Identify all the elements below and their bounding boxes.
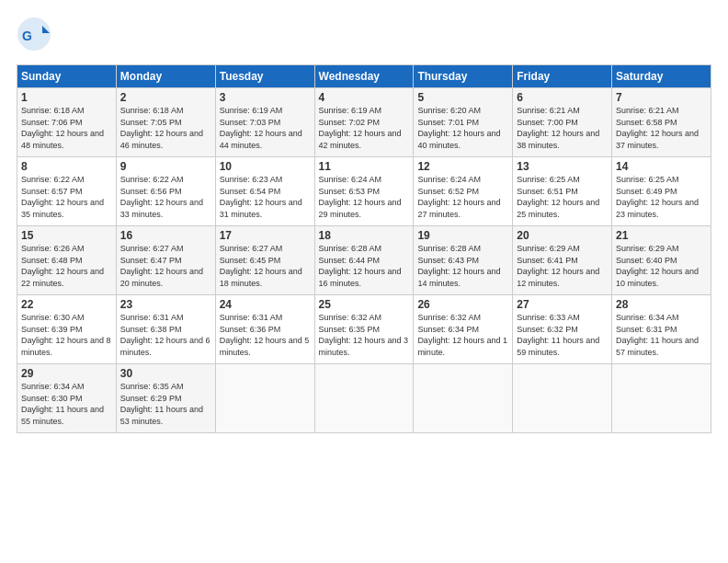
cell-content: Sunrise: 6:22 AMSunset: 6:56 PMDaylight:… (120, 174, 211, 220)
cell-content: Sunrise: 6:35 AMSunset: 6:29 PMDaylight:… (120, 381, 211, 427)
logo-icon: G (17, 17, 51, 52)
cell-content: Sunrise: 6:32 AMSunset: 6:35 PMDaylight:… (319, 312, 410, 358)
cell-content: Sunrise: 6:32 AMSunset: 6:34 PMDaylight:… (417, 312, 508, 358)
week-row-5: 29Sunrise: 6:34 AMSunset: 6:30 PMDayligh… (17, 364, 711, 433)
cell-day-13: 13Sunrise: 6:25 AMSunset: 6:51 PMDayligh… (513, 157, 612, 226)
cell-content: Sunrise: 6:27 AMSunset: 6:45 PMDaylight:… (220, 243, 311, 289)
cell-content: Sunrise: 6:29 AMSunset: 6:41 PMDaylight:… (517, 243, 608, 289)
cell-content: Sunrise: 6:25 AMSunset: 6:49 PMDaylight:… (616, 174, 707, 220)
cell-content: Sunrise: 6:20 AMSunset: 7:01 PMDaylight:… (417, 105, 508, 151)
day-number: 24 (220, 298, 311, 311)
cell-content: Sunrise: 6:19 AMSunset: 7:02 PMDaylight:… (319, 105, 410, 151)
day-number: 26 (417, 298, 508, 311)
week-row-1: 1Sunrise: 6:18 AMSunset: 7:06 PMDaylight… (17, 88, 711, 157)
day-number: 8 (21, 160, 112, 173)
cell-content: Sunrise: 6:30 AMSunset: 6:39 PMDaylight:… (21, 312, 112, 358)
day-number: 15 (21, 229, 112, 242)
cell-content: Sunrise: 6:33 AMSunset: 6:32 PMDaylight:… (517, 312, 608, 358)
cell-content: Sunrise: 6:26 AMSunset: 6:48 PMDaylight:… (21, 243, 112, 289)
cell-day-15: 15Sunrise: 6:26 AMSunset: 6:48 PMDayligh… (17, 226, 117, 295)
cell-content: Sunrise: 6:31 AMSunset: 6:36 PMDaylight:… (220, 312, 311, 358)
cell-day-12: 12Sunrise: 6:24 AMSunset: 6:52 PMDayligh… (414, 157, 513, 226)
cell-day-18: 18Sunrise: 6:28 AMSunset: 6:44 PMDayligh… (314, 226, 414, 295)
cell-day-16: 16Sunrise: 6:27 AMSunset: 6:47 PMDayligh… (116, 226, 215, 295)
day-number: 2 (120, 91, 211, 104)
cell-content: Sunrise: 6:28 AMSunset: 6:44 PMDaylight:… (319, 243, 410, 289)
cell-day-28: 28Sunrise: 6:34 AMSunset: 6:31 PMDayligh… (612, 295, 711, 364)
day-number: 11 (319, 160, 410, 173)
day-number: 6 (517, 91, 608, 104)
cell-day-empty-6 (612, 364, 711, 433)
cell-day-empty-4 (414, 364, 513, 433)
cell-content: Sunrise: 6:24 AMSunset: 6:52 PMDaylight:… (417, 174, 508, 220)
cell-day-8: 8Sunrise: 6:22 AMSunset: 6:57 PMDaylight… (17, 157, 117, 226)
cell-day-27: 27Sunrise: 6:33 AMSunset: 6:32 PMDayligh… (513, 295, 612, 364)
cell-day-4: 4Sunrise: 6:19 AMSunset: 7:02 PMDaylight… (314, 88, 414, 157)
col-wednesday: Wednesday (314, 65, 414, 88)
day-number: 22 (21, 298, 112, 311)
week-row-3: 15Sunrise: 6:26 AMSunset: 6:48 PMDayligh… (17, 226, 711, 295)
cell-day-21: 21Sunrise: 6:29 AMSunset: 6:40 PMDayligh… (612, 226, 711, 295)
cell-content: Sunrise: 6:29 AMSunset: 6:40 PMDaylight:… (616, 243, 707, 289)
cell-content: Sunrise: 6:21 AMSunset: 7:00 PMDaylight:… (517, 105, 608, 151)
calendar-body: 1Sunrise: 6:18 AMSunset: 7:06 PMDaylight… (17, 88, 711, 433)
cell-day-empty-3 (314, 364, 414, 433)
day-number: 29 (21, 367, 112, 380)
day-number: 1 (21, 91, 112, 104)
day-number: 28 (616, 298, 707, 311)
logo: G (17, 17, 55, 55)
cell-content: Sunrise: 6:19 AMSunset: 7:03 PMDaylight:… (220, 105, 311, 151)
cell-day-25: 25Sunrise: 6:32 AMSunset: 6:35 PMDayligh… (314, 295, 414, 364)
day-number: 12 (417, 160, 508, 173)
cell-content: Sunrise: 6:24 AMSunset: 6:53 PMDaylight:… (319, 174, 410, 220)
day-number: 20 (517, 229, 608, 242)
cell-day-1: 1Sunrise: 6:18 AMSunset: 7:06 PMDaylight… (17, 88, 117, 157)
day-number: 3 (220, 91, 311, 104)
week-row-2: 8Sunrise: 6:22 AMSunset: 6:57 PMDaylight… (17, 157, 711, 226)
cell-day-empty-2 (215, 364, 314, 433)
calendar-page: G Sunday Monday Tuesday Wednesday (0, 0, 728, 563)
day-number: 16 (120, 229, 211, 242)
cell-content: Sunrise: 6:27 AMSunset: 6:47 PMDaylight:… (120, 243, 211, 289)
day-number: 25 (319, 298, 410, 311)
col-tuesday: Tuesday (215, 65, 314, 88)
svg-text:G: G (22, 29, 32, 43)
cell-day-empty-5 (513, 364, 612, 433)
cell-day-2: 2Sunrise: 6:18 AMSunset: 7:05 PMDaylight… (116, 88, 215, 157)
cell-content: Sunrise: 6:18 AMSunset: 7:05 PMDaylight:… (120, 105, 211, 151)
cell-day-14: 14Sunrise: 6:25 AMSunset: 6:49 PMDayligh… (612, 157, 711, 226)
col-sunday: Sunday (17, 65, 117, 88)
cell-content: Sunrise: 6:25 AMSunset: 6:51 PMDaylight:… (517, 174, 608, 220)
day-number: 17 (220, 229, 311, 242)
cell-content: Sunrise: 6:23 AMSunset: 6:54 PMDaylight:… (220, 174, 311, 220)
day-number: 27 (517, 298, 608, 311)
day-number: 13 (517, 160, 608, 173)
cell-day-24: 24Sunrise: 6:31 AMSunset: 6:36 PMDayligh… (215, 295, 314, 364)
day-number: 19 (417, 229, 508, 242)
col-thursday: Thursday (414, 65, 513, 88)
cell-content: Sunrise: 6:34 AMSunset: 6:31 PMDaylight:… (616, 312, 707, 358)
cell-content: Sunrise: 6:21 AMSunset: 6:58 PMDaylight:… (616, 105, 707, 151)
day-number: 4 (319, 91, 410, 104)
cell-day-10: 10Sunrise: 6:23 AMSunset: 6:54 PMDayligh… (215, 157, 314, 226)
cell-day-11: 11Sunrise: 6:24 AMSunset: 6:53 PMDayligh… (314, 157, 414, 226)
cell-day-29: 29Sunrise: 6:34 AMSunset: 6:30 PMDayligh… (17, 364, 117, 433)
cell-day-23: 23Sunrise: 6:31 AMSunset: 6:38 PMDayligh… (116, 295, 215, 364)
day-number: 9 (120, 160, 211, 173)
col-saturday: Saturday (612, 65, 711, 88)
day-number: 7 (616, 91, 707, 104)
day-number: 23 (120, 298, 211, 311)
day-number: 21 (616, 229, 707, 242)
cell-day-19: 19Sunrise: 6:28 AMSunset: 6:43 PMDayligh… (414, 226, 513, 295)
cell-day-7: 7Sunrise: 6:21 AMSunset: 6:58 PMDaylight… (612, 88, 711, 157)
col-monday: Monday (116, 65, 215, 88)
day-number: 14 (616, 160, 707, 173)
cell-day-30: 30Sunrise: 6:35 AMSunset: 6:29 PMDayligh… (116, 364, 215, 433)
cell-day-3: 3Sunrise: 6:19 AMSunset: 7:03 PMDaylight… (215, 88, 314, 157)
cell-day-5: 5Sunrise: 6:20 AMSunset: 7:01 PMDaylight… (414, 88, 513, 157)
calendar-table: Sunday Monday Tuesday Wednesday Thursday… (17, 64, 711, 433)
cell-day-9: 9Sunrise: 6:22 AMSunset: 6:56 PMDaylight… (116, 157, 215, 226)
day-number: 10 (220, 160, 311, 173)
cell-content: Sunrise: 6:28 AMSunset: 6:43 PMDaylight:… (417, 243, 508, 289)
day-number: 30 (120, 367, 211, 380)
